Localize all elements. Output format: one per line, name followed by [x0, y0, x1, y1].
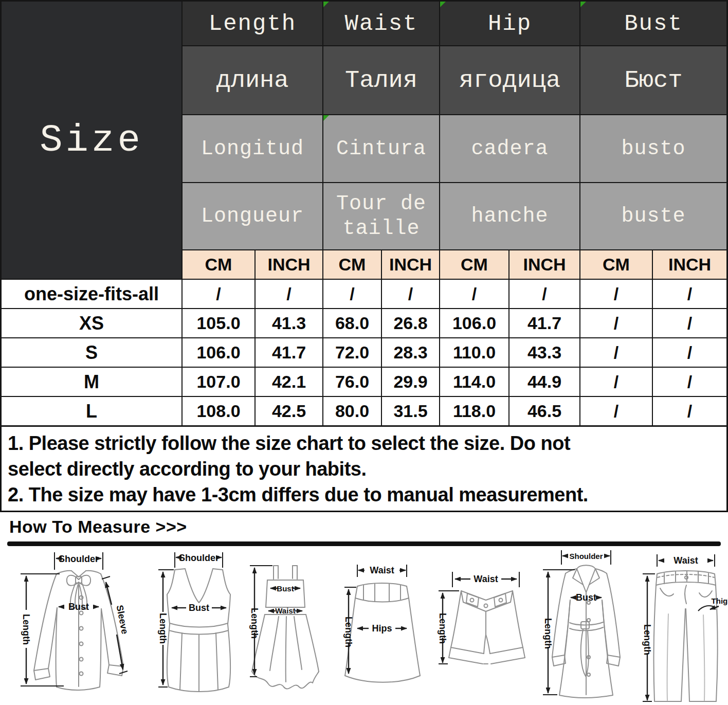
- measurement-cell: 80.0: [323, 397, 381, 425]
- unit-cm-cell: CM: [183, 250, 254, 279]
- measurement-cell: /: [653, 280, 726, 308]
- measurement-cell: 114.0: [440, 368, 508, 396]
- diagram-dress: Length Bust Waist: [242, 547, 329, 705]
- label-shoulder: Shoulder: [59, 554, 99, 564]
- label-hips: Hips: [372, 623, 392, 634]
- measurement-cell: 105.0: [183, 309, 254, 337]
- divider-rule: [7, 541, 721, 546]
- label-waist: Waist: [674, 555, 698, 566]
- garment-outline: [167, 569, 230, 692]
- measurement-cell: 43.3: [509, 338, 579, 367]
- label-length: Length: [642, 624, 652, 655]
- header-length-es: Longitud: [183, 115, 322, 182]
- header-bust-en-text: Bust: [624, 11, 683, 37]
- label-bust: Bust: [576, 592, 596, 603]
- label-shoulder: Shoulder: [569, 552, 603, 561]
- size-row-label: S: [2, 338, 181, 367]
- measurement-cell: /: [580, 309, 652, 337]
- measurement-cell: /: [323, 280, 381, 308]
- measurement-cell: 46.5: [509, 397, 579, 425]
- measurement-cell: 44.9: [509, 368, 579, 396]
- measurement-cell: 42.5: [256, 397, 322, 425]
- label-bust: Bust: [68, 602, 89, 612]
- header-waist-en-text: Waist: [344, 11, 417, 37]
- header-length-en: Length: [183, 2, 322, 45]
- label-shoulder: Shoulder: [179, 553, 219, 563]
- measurement-cell: /: [580, 368, 652, 396]
- measurement-cell: 31.5: [382, 397, 439, 425]
- size-header-cell: Size: [2, 2, 181, 279]
- unit-inch-cell: INCH: [509, 250, 579, 279]
- size-row-label: XS: [2, 309, 181, 337]
- header-length-ru: длина: [183, 46, 322, 114]
- note-line: select directly according to your habits…: [8, 456, 720, 482]
- diagram-pants: Waist Length Thigh: [638, 547, 728, 705]
- header-bust-ru: Бюст: [580, 46, 726, 114]
- garment-outline: [449, 591, 525, 664]
- header-hip-fr: hanche: [440, 183, 579, 249]
- measurement-cell: 110.0: [440, 338, 508, 367]
- unit-inch-cell: INCH: [653, 250, 726, 279]
- header-hip-en-text: Hip: [488, 11, 532, 37]
- header-waist-es: Cintura: [323, 115, 439, 182]
- header-bust-en: Bust: [580, 2, 726, 45]
- size-chart-table: Size Length Waist Hip Bust длина Талия я…: [0, 0, 728, 427]
- measurement-cell: 28.3: [382, 338, 439, 367]
- diagram-blouse: Shoulder Length Bust Sleeve: [10, 547, 149, 705]
- note-line: 2. The size may have 1-3cm differs due t…: [8, 482, 720, 508]
- header-hip-ru: ягодица: [440, 46, 579, 114]
- unit-cm-cell: CM: [580, 250, 652, 279]
- cell-corner-marker: [440, 2, 446, 7]
- measurement-cell: /: [256, 280, 322, 308]
- header-hip-es: cadera: [440, 115, 579, 182]
- measurement-cell: 106.0: [183, 338, 254, 367]
- header-bust-fr: buste: [580, 183, 726, 249]
- label-length: Length: [438, 613, 448, 644]
- header-hip-en: Hip: [440, 2, 579, 45]
- measurement-cell: 41.3: [256, 309, 322, 337]
- size-row-label: M: [2, 368, 181, 396]
- label-length: Length: [343, 617, 354, 647]
- measurement-cell: 26.8: [382, 309, 439, 337]
- label-length: Length: [249, 608, 260, 639]
- measurement-cell: /: [653, 309, 726, 337]
- cell-corner-marker: [580, 2, 586, 7]
- garment-outline: [552, 565, 620, 698]
- diagram-skirt: Waist Length Hips: [337, 547, 424, 705]
- unit-cm-cell: CM: [323, 250, 381, 279]
- garment-outline: [34, 571, 123, 690]
- unit-inch-cell: INCH: [256, 250, 322, 279]
- measurement-cell: /: [653, 338, 726, 367]
- note-line: 1. Please strictly follow the size chart…: [8, 430, 720, 456]
- measurement-cell: 107.0: [183, 368, 254, 396]
- how-to-measure-heading: How To Measure >>>: [9, 517, 728, 537]
- measurement-cell: /: [509, 280, 579, 308]
- header-length-fr: Longueur: [183, 183, 322, 249]
- cell-corner-marker: [323, 115, 329, 121]
- header-waist-es-text: Cintura: [336, 137, 426, 160]
- measurement-cell: /: [382, 280, 439, 308]
- label-waist: Waist: [370, 565, 394, 575]
- label-bust: Bust: [189, 603, 209, 613]
- measurement-cell: /: [580, 397, 652, 425]
- measurement-cell: 29.9: [382, 368, 439, 396]
- label-length: Length: [158, 613, 168, 644]
- header-bust-es: busto: [580, 115, 726, 182]
- diagram-shorts: Waist Length: [424, 547, 530, 705]
- size-row-label: L: [2, 397, 181, 425]
- cell-corner-marker: [323, 2, 329, 7]
- measurement-cell: /: [580, 280, 652, 308]
- diagram-tank-top: Shoulder Length Bust: [150, 547, 245, 705]
- unit-cm-cell: CM: [440, 250, 508, 279]
- diagram-coat: Shoulder Length Bust: [535, 547, 630, 705]
- measurement-cell: 68.0: [323, 309, 381, 337]
- measurement-cell: /: [183, 280, 254, 308]
- measurement-cell: 72.0: [323, 338, 381, 367]
- measurement-cell: 41.7: [256, 338, 322, 367]
- label-length: Length: [21, 614, 31, 645]
- header-waist-fr: Tour de taille: [323, 183, 439, 249]
- size-row-label: one-size-fits-all: [2, 280, 181, 308]
- measurement-cell: /: [580, 338, 652, 367]
- header-waist-en: Waist: [323, 2, 439, 45]
- garment-outline: [654, 571, 718, 701]
